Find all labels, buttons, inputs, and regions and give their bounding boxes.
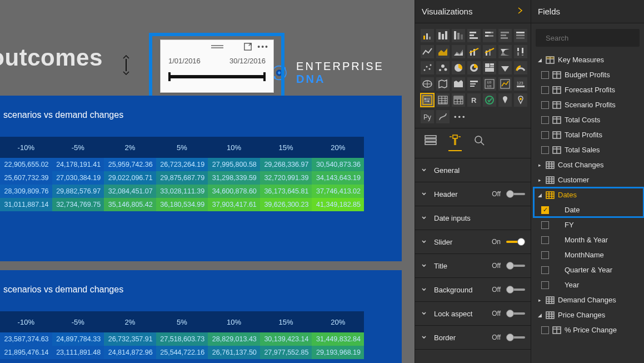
matrix-cell[interactable]: 32,084,451.07 [104, 185, 156, 198]
matrix-cell[interactable]: 33,028,111.39 [156, 185, 208, 198]
matrix-col-header[interactable]: 5% [156, 137, 208, 158]
viz-type-btn-10[interactable] [467, 45, 481, 58]
matrix-col-header[interactable]: 20% [312, 137, 364, 158]
matrix-cell[interactable]: 37,746,413.02 [312, 185, 364, 198]
matrix-cell[interactable]: 25,607,732.39 [0, 171, 52, 185]
matrix-col-header[interactable]: 15% [260, 311, 312, 332]
table-price-changes[interactable]: ◢ Price Changes [533, 307, 644, 322]
slicer-start-date[interactable]: 1/01/2016 [168, 57, 201, 65]
checkbox[interactable] [541, 101, 549, 109]
matrix-cell[interactable]: 30,139,423.14 [260, 332, 312, 346]
viz-type-btn-32[interactable] [483, 93, 496, 107]
matrix-cell[interactable]: 24,814,872.96 [104, 346, 156, 359]
matrix-cell[interactable]: 27,977,552.85 [260, 346, 312, 359]
matrix-cell[interactable]: 41,349,182.85 [312, 198, 364, 211]
viz-more-icon[interactable]: ••• [452, 113, 467, 121]
viz-type-btn-19[interactable] [498, 61, 512, 74]
checkbox[interactable] [541, 71, 549, 79]
slicer-end-date[interactable]: 30/12/2016 [229, 57, 266, 65]
matrix-col-header[interactable]: 10% [208, 311, 260, 332]
matrix-cell[interactable]: 22,905,655.02 [0, 158, 52, 171]
matrix-cell[interactable]: 27,518,603.73 [156, 332, 208, 346]
table-key-measures[interactable]: ◢ Key Measures [533, 52, 644, 67]
viz-type-btn-29[interactable] [436, 93, 450, 107]
viz-type-btn-31[interactable]: R [467, 93, 481, 107]
table-demand-changes[interactable]: ▸ Demand Changes [533, 292, 644, 307]
matrix-col-header[interactable]: 2% [104, 311, 156, 332]
viz-type-btn-6[interactable] [514, 29, 527, 42]
viz-type-btn-9[interactable] [452, 45, 465, 58]
viz-type-btn-17[interactable] [467, 61, 481, 74]
slider-handle-end[interactable] [263, 72, 266, 81]
viz-type-btn-30[interactable] [452, 93, 465, 107]
matrix-cell[interactable]: 30,540,873.36 [312, 158, 364, 171]
matrix-col-header[interactable]: 2% [104, 137, 156, 158]
format-background[interactable]: Background Off [415, 278, 531, 302]
checkbox-month-year[interactable] [541, 236, 549, 244]
viz-type-btn-4[interactable] [483, 29, 496, 42]
matrix-col-header[interactable]: 5% [156, 311, 208, 332]
viz-type-btn-8[interactable] [436, 45, 450, 58]
viz-python[interactable]: Py [421, 110, 434, 123]
matrix-col-header[interactable]: 15% [260, 137, 312, 158]
checkbox[interactable] [541, 131, 549, 139]
field-total-costs[interactable]: Total Costs [533, 112, 644, 127]
collapse-pane-icon[interactable] [516, 7, 524, 16]
toggle-border[interactable] [506, 334, 525, 341]
viz-type-btn-27[interactable]: 123 [514, 77, 527, 91]
toggle-title[interactable] [506, 262, 525, 270]
viz-type-btn-12[interactable] [498, 45, 512, 58]
checkbox[interactable] [541, 86, 549, 94]
toggle-header[interactable] [506, 190, 525, 198]
matrix-cell[interactable]: 32,720,991.39 [260, 171, 312, 185]
field-forecast-profits[interactable]: Forecast Profits [533, 82, 644, 97]
checkbox-date[interactable]: ✓ [541, 206, 549, 214]
matrix-cell[interactable]: 26,723,264.19 [156, 158, 208, 171]
format-border[interactable]: Border Off [415, 326, 531, 350]
viz-type-btn-33[interactable] [498, 93, 512, 107]
viz-type-btn-1[interactable] [436, 29, 450, 42]
viz-type-btn-22[interactable] [436, 77, 450, 91]
date-slicer-visual[interactable]: ••• 1/01/2016 30/12/2016 [160, 39, 274, 93]
tab-analytics[interactable] [473, 134, 486, 151]
matrix-cell[interactable]: 36,180,534.99 [156, 198, 208, 211]
matrix-col-header[interactable]: -10% [0, 311, 52, 332]
matrix-col-header[interactable]: -10% [0, 137, 52, 158]
matrix-cell[interactable]: 32,734,769.75 [52, 198, 104, 211]
viz-type-btn-20[interactable] [514, 61, 527, 74]
format-date-inputs[interactable]: Date inputs [415, 206, 531, 230]
viz-type-btn-16[interactable] [452, 61, 465, 74]
matrix-cell[interactable]: 23,587,374.63 [0, 332, 52, 346]
focus-mode-icon[interactable] [244, 43, 252, 51]
viz-type-btn-5[interactable] [498, 29, 512, 42]
toggle-background[interactable] [506, 286, 525, 294]
viz-type-btn-2[interactable] [452, 29, 465, 42]
matrix-col-header[interactable]: -5% [52, 137, 104, 158]
viz-type-btn-0[interactable] [421, 29, 434, 42]
matrix-cell[interactable]: 21,895,476.14 [0, 346, 52, 359]
matrix-col-header[interactable]: 20% [312, 311, 364, 332]
matrix-col-header[interactable]: -5% [52, 311, 104, 332]
matrix-cell[interactable]: 39,626,300.23 [260, 198, 312, 211]
field-quarter-year[interactable]: Quarter & Year [533, 262, 644, 277]
viz-type-btn-3[interactable] [467, 29, 481, 42]
visual-more-icon[interactable]: ••• [257, 44, 269, 49]
checkbox-year[interactable] [541, 281, 549, 289]
matrix-visual-1[interactable]: -10%-5%2%5%10%15%20% 22,905,655.0224,178… [0, 137, 364, 211]
matrix-cell[interactable]: 25,544,722.16 [156, 346, 208, 359]
matrix-cell[interactable]: 25,959,742.36 [104, 158, 156, 171]
fields-search[interactable] [536, 29, 640, 47]
matrix-cell[interactable]: 28,309,809.76 [0, 185, 52, 198]
format-general[interactable]: General [415, 158, 531, 182]
checkbox[interactable] [541, 116, 549, 124]
matrix-cell[interactable]: 23,111,891.48 [52, 346, 104, 359]
field-date[interactable]: ✓ Date [533, 202, 644, 217]
field-month-year[interactable]: Month & Year [533, 232, 644, 247]
fields-search-input[interactable] [546, 34, 639, 42]
field-fy[interactable]: FY [533, 217, 644, 232]
viz-type-btn-25[interactable]: 123123 [483, 77, 496, 91]
table-customer[interactable]: ▸ Customer [533, 172, 644, 187]
format-title[interactable]: Title Off [415, 254, 531, 278]
viz-type-btn-24[interactable] [467, 77, 481, 91]
viz-type-btn-28[interactable] [421, 93, 434, 107]
